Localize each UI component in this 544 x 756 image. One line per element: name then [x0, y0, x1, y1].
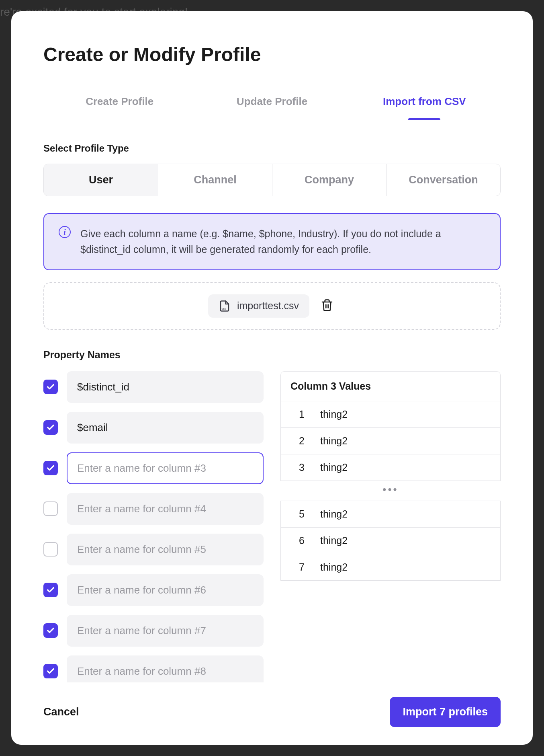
column-values-table-bottom: 5thing26thing27thing2 [280, 501, 501, 581]
profile-type-user[interactable]: User [44, 164, 158, 196]
value-index: 7 [281, 554, 312, 580]
delete-file-button[interactable] [318, 296, 336, 315]
property-checkbox[interactable] [43, 664, 58, 678]
property-names-label: Property Names [43, 349, 501, 361]
select-profile-type-label: Select Profile Type [43, 143, 501, 154]
property-list [43, 371, 264, 683]
property-name-input[interactable] [67, 493, 264, 525]
value-row: 1thing2 [281, 401, 500, 427]
trash-icon [321, 299, 333, 312]
property-checkbox[interactable] [43, 461, 58, 475]
profile-type-segmented: UserChannelCompanyConversation [43, 164, 501, 196]
check-icon [46, 464, 55, 473]
modal: Create or Modify Profile Create ProfileU… [11, 11, 533, 745]
svg-text:csv: csv [221, 306, 226, 310]
value-index: 3 [281, 454, 312, 481]
property-name-input[interactable] [67, 655, 264, 683]
property-row [43, 371, 264, 403]
property-row [43, 534, 264, 565]
tab-import-from-csv[interactable]: Import from CSV [348, 90, 501, 120]
check-icon [46, 423, 55, 432]
tab-update-profile[interactable]: Update Profile [196, 90, 348, 120]
property-name-input[interactable] [67, 452, 264, 484]
property-checkbox[interactable] [43, 623, 58, 638]
property-row [43, 452, 264, 484]
property-row [43, 574, 264, 606]
value-row: 6thing2 [281, 527, 500, 554]
property-name-input[interactable] [67, 412, 264, 444]
profile-type-company[interactable]: Company [272, 164, 386, 196]
property-name-input[interactable] [67, 574, 264, 606]
value-cell: thing2 [312, 554, 500, 580]
profile-type-conversation[interactable]: Conversation [386, 164, 500, 196]
value-row: 2thing2 [281, 427, 500, 454]
tab-create-profile[interactable]: Create Profile [43, 90, 196, 120]
property-checkbox[interactable] [43, 583, 58, 597]
property-checkbox[interactable] [43, 542, 58, 557]
value-row: 7thing2 [281, 554, 500, 580]
check-icon [46, 382, 55, 391]
tab-bar: Create ProfileUpdate ProfileImport from … [43, 90, 501, 120]
cancel-button[interactable]: Cancel [43, 706, 79, 718]
value-cell: thing2 [312, 528, 500, 554]
value-cell: thing2 [312, 454, 500, 481]
csv-file-icon: csv [219, 300, 231, 312]
value-cell: thing2 [312, 501, 500, 527]
profile-type-channel[interactable]: Channel [158, 164, 272, 196]
value-index: 6 [281, 528, 312, 554]
property-row [43, 615, 264, 647]
modal-footer: Cancel Import 7 profiles [11, 682, 533, 745]
property-row [43, 655, 264, 683]
value-row: 5thing2 [281, 501, 500, 527]
file-chip: csv importtest.csv [208, 294, 309, 318]
value-index: 5 [281, 501, 312, 527]
file-name: importtest.csv [237, 300, 299, 312]
property-name-input[interactable] [67, 534, 264, 565]
check-icon [46, 626, 55, 635]
value-row: 3thing2 [281, 454, 500, 481]
info-banner: i Give each column a name (e.g. $name, $… [43, 213, 501, 270]
column-values-panel: Column 3 Values 1thing22thing23thing2 ••… [280, 371, 501, 683]
value-cell: thing2 [312, 401, 500, 427]
property-checkbox[interactable] [43, 380, 58, 394]
property-checkbox[interactable] [43, 420, 58, 435]
info-text: Give each column a name (e.g. $name, $ph… [80, 226, 485, 257]
check-icon [46, 667, 55, 676]
property-row [43, 493, 264, 525]
column-values-header: Column 3 Values [280, 371, 501, 401]
property-name-input[interactable] [67, 371, 264, 403]
import-profiles-button[interactable]: Import 7 profiles [390, 697, 501, 727]
check-icon [46, 585, 55, 594]
modal-title: Create or Modify Profile [43, 43, 501, 66]
property-name-input[interactable] [67, 615, 264, 647]
value-cell: thing2 [312, 428, 500, 454]
column-values-table-top: 1thing22thing23thing2 [280, 401, 501, 481]
info-icon: i [59, 226, 71, 238]
value-index: 2 [281, 428, 312, 454]
property-checkbox[interactable] [43, 501, 58, 516]
file-upload-zone[interactable]: csv importtest.csv [43, 282, 501, 330]
property-row [43, 412, 264, 444]
values-ellipsis: ••• [280, 481, 501, 501]
value-index: 1 [281, 401, 312, 427]
